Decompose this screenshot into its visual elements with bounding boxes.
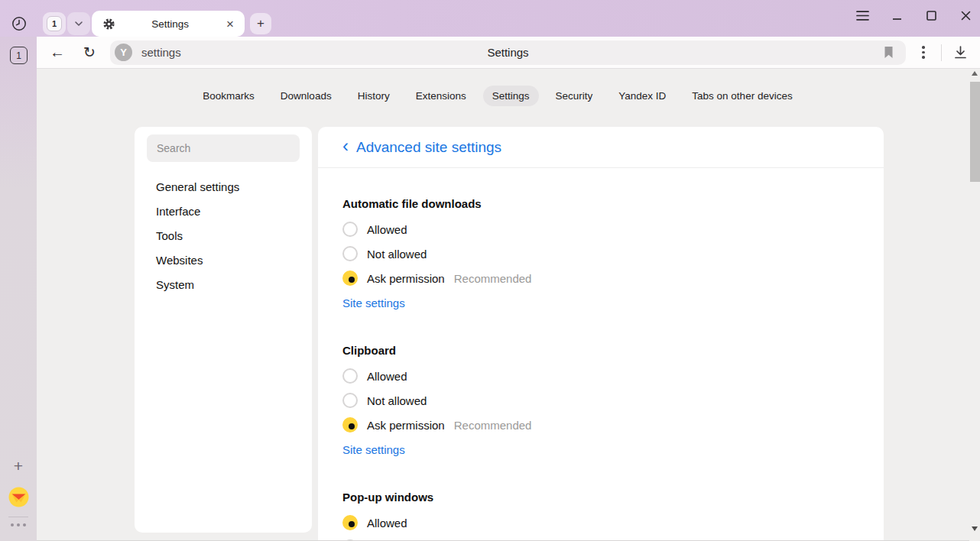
nav-tab-other-devices[interactable]: Tabs on other devices — [683, 86, 801, 106]
kebab-menu-icon[interactable] — [912, 41, 935, 64]
nav-tab-settings[interactable]: Settings — [483, 86, 539, 106]
close-window-icon[interactable] — [959, 8, 972, 22]
back-icon[interactable]: ← — [46, 41, 69, 64]
new-tab-button[interactable]: + — [250, 13, 271, 34]
bookmark-icon[interactable] — [878, 43, 898, 63]
radio-label: Allowed — [367, 223, 407, 236]
section-automatic-file-downloads: Automatic file downloads Allowed Not all… — [342, 196, 859, 315]
site-settings-link[interactable]: Site settings — [342, 443, 405, 456]
radio-option-ask-permission[interactable]: Ask permission Recommended — [342, 266, 859, 290]
strip-add-button[interactable]: + — [0, 456, 37, 476]
settings-page: Bookmarks Downloads History Extensions S… — [37, 69, 980, 541]
strip-more-icon[interactable] — [0, 523, 37, 526]
radio-note: Recommended — [454, 272, 532, 285]
radio-button[interactable] — [342, 417, 358, 432]
tab-title: Settings — [115, 18, 225, 30]
browser-tab-settings[interactable]: Settings × — [92, 11, 245, 37]
search-input[interactable] — [147, 134, 300, 162]
radio-label: Ask permission — [367, 419, 445, 432]
radio-button[interactable] — [342, 222, 358, 237]
address-bar[interactable]: Y settings Settings — [110, 40, 906, 65]
reload-icon[interactable]: ↻ — [78, 41, 101, 64]
strip-divider — [8, 517, 28, 517]
tab-panel-button[interactable]: 1 — [10, 47, 28, 64]
minimize-icon[interactable] — [890, 8, 904, 22]
radio-button[interactable] — [342, 393, 358, 408]
sidebar-item-interface[interactable]: Interface — [147, 199, 300, 223]
nav-tab-bookmarks[interactable]: Bookmarks — [193, 86, 264, 106]
side-strip: 1 + — [0, 37, 37, 541]
advanced-site-settings-panel: ‹ Advanced site settings Automatic file … — [318, 127, 884, 541]
radio-button[interactable] — [342, 515, 358, 530]
page-section-title: Advanced site settings — [356, 139, 501, 156]
sidebar-item-tools[interactable]: Tools — [147, 223, 300, 248]
settings-sidebar: General settings Interface Tools Website… — [135, 127, 312, 533]
yandex-mail-icon[interactable] — [8, 487, 29, 507]
radio-option-allowed[interactable]: Allowed — [342, 510, 859, 535]
scrollbar-thumb[interactable] — [970, 82, 980, 182]
radio-button[interactable] — [342, 368, 358, 384]
settings-menu: General settings Interface Tools Website… — [147, 174, 300, 296]
url-text: settings — [141, 46, 181, 59]
toolbar-divider — [941, 44, 942, 61]
tab-bar: 1 Settings × + — [0, 0, 980, 37]
tab-list-chevron-button[interactable] — [67, 12, 90, 35]
window-controls — [855, 7, 972, 24]
back-chevron-icon: ‹ — [342, 137, 349, 155]
tab-counter-group: 1 — [43, 12, 90, 35]
chevron-down-icon — [74, 21, 83, 27]
radio-option-allowed[interactable]: Allowed — [342, 364, 859, 388]
site-favicon-badge: Y — [115, 44, 132, 61]
sidebar-item-system[interactable]: System — [147, 272, 300, 296]
nav-tab-history[interactable]: History — [349, 86, 399, 106]
radio-option-ask-permission[interactable]: Ask permission Recommended — [342, 413, 859, 437]
nav-tab-extensions[interactable]: Extensions — [407, 86, 475, 106]
history-clock-icon[interactable] — [9, 14, 29, 34]
settings-nav-tabs: Bookmarks Downloads History Extensions S… — [37, 86, 959, 106]
nav-tab-yandex-id[interactable]: Yandex ID — [609, 86, 675, 106]
menu-hamburger-icon[interactable] — [855, 8, 869, 22]
tab-count-badge: 1 — [47, 16, 62, 31]
radio-option-allowed[interactable]: Allowed — [342, 217, 859, 241]
sidebar-item-general-settings[interactable]: General settings — [147, 174, 300, 199]
section-title: Clipboard — [342, 342, 859, 359]
maximize-icon[interactable] — [924, 8, 938, 22]
gear-icon — [102, 18, 115, 31]
radio-label: Not allowed — [367, 394, 427, 407]
radio-label: Allowed — [367, 370, 407, 383]
radio-option-not-allowed[interactable]: Not allowed — [342, 241, 859, 266]
scroll-down-arrow-icon[interactable] — [972, 526, 978, 531]
downloads-icon[interactable] — [948, 41, 972, 64]
site-settings-link[interactable]: Site settings — [342, 296, 405, 309]
browser-window: 1 Settings × + — [0, 0, 980, 541]
page-scrollbar[interactable] — [969, 69, 980, 541]
radio-label: Allowed — [367, 517, 407, 530]
address-toolbar: ← ↻ Y settings Settings — [37, 37, 980, 69]
radio-label: Not allowed — [367, 248, 427, 261]
scroll-up-arrow-icon[interactable] — [972, 71, 978, 76]
section-clipboard: Clipboard Allowed Not allowed Ask permis… — [342, 342, 859, 462]
nav-tab-downloads[interactable]: Downloads — [271, 86, 341, 106]
tab-close-icon[interactable]: × — [225, 18, 235, 31]
section-title: Pop-up windows — [342, 489, 859, 506]
radio-option-not-allowed[interactable]: Not allowed Recommended — [342, 535, 859, 541]
tab-counter-button[interactable]: 1 — [43, 12, 66, 35]
sidebar-item-websites[interactable]: Websites — [147, 248, 300, 272]
radio-note: Recommended — [454, 419, 532, 432]
nav-tab-security[interactable]: Security — [547, 86, 602, 106]
advanced-settings-back-header[interactable]: ‹ Advanced site settings — [318, 127, 884, 168]
section-title: Automatic file downloads — [342, 196, 859, 212]
section-popup-windows: Pop-up windows Allowed Not allowed Recom… — [342, 489, 859, 541]
radio-label: Ask permission — [367, 272, 445, 285]
radio-button[interactable] — [342, 246, 358, 261]
radio-button[interactable] — [342, 270, 358, 286]
radio-option-not-allowed[interactable]: Not allowed — [342, 388, 859, 413]
page-title: Settings — [110, 46, 906, 59]
